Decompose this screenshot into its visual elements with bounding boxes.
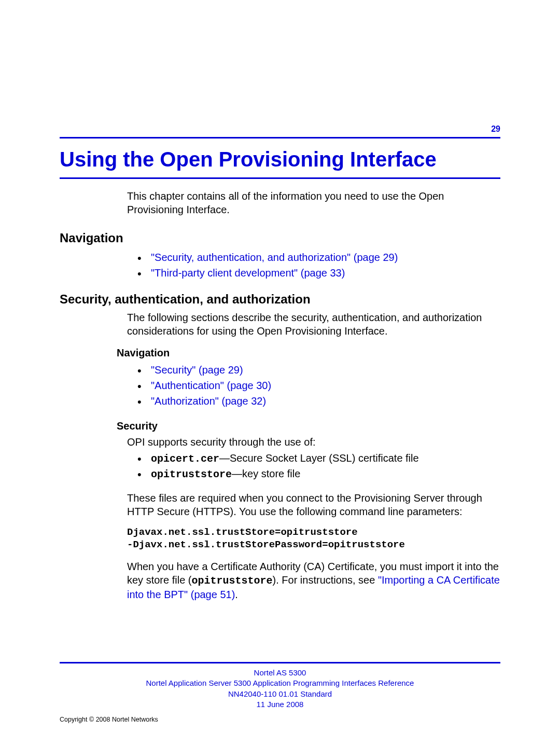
- text: ). For instructions, see: [273, 574, 378, 586]
- code-opitruststore-inline: opitruststore: [191, 575, 272, 587]
- footer-line-3: NN42040-110 01.01 Standard: [60, 689, 500, 699]
- nav-link-thirdparty[interactable]: "Third-party client development" (page 3…: [137, 265, 500, 281]
- page-number: 29: [60, 125, 500, 134]
- heading-security-auth: Security, authentication, and authorizat…: [60, 292, 500, 307]
- nav-list-top: "Security, authentication, and authoriza…: [137, 250, 500, 281]
- heading-security: Security: [117, 420, 500, 432]
- text: —Secure Socket Layer (SSL) certificate f…: [219, 452, 419, 464]
- nav-link-authorization[interactable]: "Authorization" (page 32): [137, 393, 500, 409]
- chapter-intro: This chapter contains all of the informa…: [127, 189, 500, 216]
- nav-link-security-auth[interactable]: "Security, authentication, and authoriza…: [137, 250, 500, 265]
- page: 29 Using the Open Provisioning Interface…: [0, 0, 560, 601]
- link-text: "Authorization" (page 32): [151, 395, 266, 407]
- footer-copyright: Copyright © 2008 Nortel Networks: [60, 716, 158, 723]
- nav-link-security[interactable]: "Security" (page 29): [137, 362, 500, 378]
- code-opitruststore: opitruststore: [151, 468, 232, 480]
- list-item: opicert.cer—Secure Socket Layer (SSL) ce…: [137, 451, 500, 466]
- security-para-https: These files are required when you connec…: [127, 491, 500, 518]
- nav-link-authentication[interactable]: "Authentication" (page 30): [137, 378, 500, 393]
- command-line-1: Djavax.net.ssl.trustStore=opitruststore: [127, 527, 500, 538]
- page-footer: Nortel AS 5300 Nortel Application Server…: [60, 662, 500, 710]
- text: —key store file: [232, 468, 300, 479]
- link-text: "Security, authentication, and authoriza…: [151, 252, 398, 263]
- command-line-2: -Djavx.net.ssl.trustStorePassword=opitru…: [127, 539, 500, 550]
- text: .: [235, 589, 238, 600]
- link-text: "Security" (page 29): [151, 364, 243, 376]
- rule-under-title: [60, 177, 500, 179]
- nav-list-sub: "Security" (page 29) "Authentication" (p…: [137, 362, 500, 409]
- rule-top: [60, 137, 500, 139]
- security-para-ca: When you have a Certificate Authority (C…: [127, 560, 500, 601]
- link-text: "Authentication" (page 30): [151, 380, 271, 391]
- rule-footer: [60, 662, 500, 663]
- list-item: opitruststore—key store file: [137, 466, 500, 482]
- heading-navigation: Navigation: [60, 231, 500, 245]
- footer-line-4: 11 June 2008: [60, 699, 500, 710]
- security-file-list: opicert.cer—Secure Socket Layer (SSL) ce…: [137, 451, 500, 482]
- section-intro: The following sections describe the secu…: [127, 311, 500, 338]
- code-opicert: opicert.cer: [151, 453, 219, 465]
- link-text: "Third-party client development" (page 3…: [151, 267, 345, 279]
- heading-navigation-sub: Navigation: [117, 347, 500, 359]
- footer-line-2: Nortel Application Server 5300 Applicati…: [60, 678, 500, 688]
- footer-line-1: Nortel AS 5300: [60, 668, 500, 678]
- chapter-title: Using the Open Provisioning Interface: [60, 148, 500, 171]
- security-intro: OPI supports security through the use of…: [127, 435, 500, 449]
